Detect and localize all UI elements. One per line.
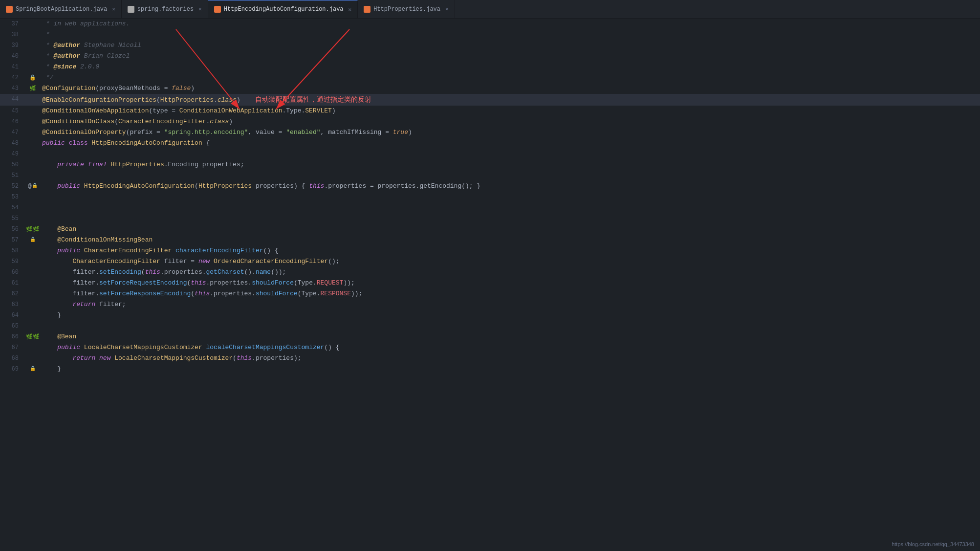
tab-httpencoding[interactable]: HttpEncodingAutoConfiguration.java ✕ <box>208 0 358 18</box>
table-row: 69 🔒 } <box>0 364 980 375</box>
table-row: 51 <box>0 170 980 181</box>
tab-label: HttpProperties.java <box>373 6 440 13</box>
factories-icon <box>128 6 134 13</box>
lock-gutter-icon: 🔒 <box>30 364 36 375</box>
table-row: 62 filter.setForceResponseEncoding(this.… <box>0 288 980 299</box>
bean-gutter-icon: 🌿 <box>29 83 36 94</box>
table-row: 38 * <box>0 29 980 40</box>
tab-httpproperties[interactable]: HttpProperties.java ✕ <box>358 0 455 18</box>
table-row: 61 filter.setForceRequestEncoding(this.p… <box>0 278 980 288</box>
table-row: 42 🔒 */ <box>0 72 980 83</box>
table-row: 54 <box>0 202 980 213</box>
table-row: 44 @EnableConfigurationProperties(HttpPr… <box>0 94 980 106</box>
close-icon[interactable]: ✕ <box>198 6 202 12</box>
lock-gutter-icon: 🔒 <box>30 235 36 245</box>
tab-bar: SpringBootApplication.java ✕ spring.fact… <box>0 0 980 19</box>
table-row: 37 * in web applications. <box>0 19 980 29</box>
table-row: 45 @ConditionalOnWebApplication(type = C… <box>0 106 980 116</box>
tab-factories[interactable]: spring.factories ✕ <box>122 0 208 18</box>
table-row: 67 public LocaleCharsetMappingsCustomize… <box>0 342 980 353</box>
java-icon <box>364 6 370 13</box>
table-row: 52 @ 🔒 public HttpEncodingAutoConfigurat… <box>0 181 980 192</box>
java-icon <box>6 6 13 13</box>
close-icon[interactable]: ✕ <box>348 6 352 13</box>
table-row: 39 * @author Stephane Nicoll <box>0 40 980 51</box>
table-row: 53 <box>0 192 980 202</box>
tab-label: HttpEncodingAutoConfiguration.java <box>224 6 344 13</box>
at-gutter-icon: @ <box>28 181 31 192</box>
watermark: https://blog.csdn.net/qq_34473348 <box>892 541 974 547</box>
tab-springboot[interactable]: SpringBootApplication.java ✕ <box>0 0 122 18</box>
java-icon <box>214 6 221 13</box>
table-row: 60 filter.setEncoding(this.properties.ge… <box>0 267 980 278</box>
table-row: 41 * @since 2.0.0 <box>0 62 980 72</box>
cn-annotation: 自动装配配置属性，通过指定类的反射 <box>255 95 371 103</box>
close-icon[interactable]: ✕ <box>112 6 115 12</box>
bean-gutter-icon1: 🌿 <box>26 224 33 235</box>
bean-gutter-icon3: 🌿 <box>26 331 33 342</box>
table-row: 57 🔒 @ConditionalOnMissingBean <box>0 235 980 245</box>
table-row: 46 @ConditionalOnClass(CharacterEncoding… <box>0 116 980 127</box>
table-row: 64 } <box>0 310 980 321</box>
close-icon[interactable]: ✕ <box>445 6 449 12</box>
bean-gutter-icon4: 🌿 <box>33 331 40 342</box>
table-row: 66 🌿 🌿 @Bean <box>0 331 980 342</box>
table-row: 43 🌿 @Configuration(proxyBeanMethods = f… <box>0 83 980 94</box>
table-row: 49 <box>0 149 980 159</box>
table-row: 50 private final HttpProperties.Encoding… <box>0 159 980 170</box>
table-row: 59 CharacterEncodingFilter filter = new … <box>0 256 980 267</box>
tab-label: spring.factories <box>137 6 194 13</box>
table-row: 58 public CharacterEncodingFilter charac… <box>0 245 980 256</box>
table-row: 63 return filter; <box>0 299 980 310</box>
code-editor: 37 * in web applications. 38 * 39 * @aut… <box>0 19 980 551</box>
table-row: 56 🌿 🌿 @Bean <box>0 224 980 235</box>
lock-gutter-icon: 🔒 <box>32 181 38 192</box>
table-row: 65 <box>0 321 980 331</box>
table-row: 55 <box>0 213 980 224</box>
table-row: 48 public class HttpEncodingAutoConfigur… <box>0 138 980 149</box>
bean-gutter-icon2: 🌿 <box>33 224 40 235</box>
table-row: 40 * @author Brian Clozel <box>0 51 980 62</box>
lock-gutter-icon: 🔒 <box>29 72 36 83</box>
tab-label: SpringBootApplication.java <box>16 6 107 13</box>
table-row: 68 return new LocaleCharsetMappingsCusto… <box>0 353 980 364</box>
table-row: 47 @ConditionalOnProperty(prefix = "spri… <box>0 127 980 138</box>
